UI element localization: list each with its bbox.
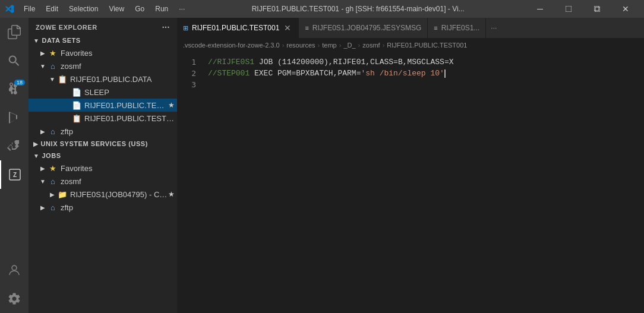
jobs-zosmf-item[interactable]: ▼ ⌂ zosmf <box>29 175 177 188</box>
activity-bar-bottom <box>0 256 29 313</box>
ds-rijfe-data-file-icon: 📋 <box>57 75 68 84</box>
ds-zosmf-label: zosmf <box>61 62 177 71</box>
jobs-favorites-star-icon: ★ <box>48 164 58 173</box>
restore-button[interactable] <box>555 0 582 18</box>
ds-zftp-chevron-icon: ▶ <box>38 128 48 135</box>
jobs-rijfe01-item[interactable]: ▶ 📁 RIJFE0S1(JOB04795) - CC 0000 ★ <box>29 188 177 201</box>
breadcrumb-test001[interactable]: RIJFE01.PUBLIC.TEST001 <box>387 42 467 49</box>
jobs-favorites-label: Favorites <box>61 164 177 173</box>
tab-test001-label: RIJFE01.PUBLIC.TEST001 <box>192 24 279 32</box>
menu-view[interactable]: View <box>104 4 129 14</box>
breadcrumb-temp[interactable]: temp <box>322 42 336 49</box>
jobs-zosmf-home-icon: ⌂ <box>48 177 58 186</box>
tab-job-msg-icon: ≡ <box>305 24 308 31</box>
ds-zosmf-chevron-icon: ▼ <box>38 63 48 69</box>
main-layout: 18 Z <box>0 18 644 313</box>
breadcrumb-zosmf[interactable]: zosmf <box>362 42 380 49</box>
tab-test001[interactable]: ⊞ RIJFE01.PUBLIC.TEST001 ✕ <box>177 18 299 38</box>
ds-test001-label: RIJFE01.PUBLIC.TEST001 <box>84 101 168 110</box>
tab-overflow-button[interactable]: ··· <box>486 18 501 38</box>
ds-zosmf-home-icon: ⌂ <box>48 62 58 71</box>
ds-vsam-label: RIJFE01.PUBLIC.TEST001.VSAM <box>84 114 177 123</box>
jobs-rijfe01-folder-icon: 📁 <box>57 190 68 199</box>
activity-run[interactable] <box>0 103 29 132</box>
breadcrumb: .vscode-extension-for-zowe-2.3.0 › resou… <box>177 39 644 52</box>
jobs-rijfe01-chevron-icon: ▶ <box>48 191 57 198</box>
activity-account[interactable] <box>0 256 29 284</box>
menu-selection[interactable]: Selection <box>64 4 103 14</box>
activity-extensions[interactable] <box>0 132 29 160</box>
text-cursor <box>444 69 446 78</box>
activity-explorer[interactable] <box>0 18 29 46</box>
jobs-zosmf-label: zosmf <box>61 177 177 186</box>
minimize-button[interactable] <box>526 0 554 18</box>
activity-source-control[interactable]: 18 <box>0 75 29 103</box>
ds-zosmf-item[interactable]: ▼ ⌂ zosmf <box>29 59 177 72</box>
ds-test001-vsam-item[interactable]: 📋 RIJFE01.PUBLIC.TEST001.VSAM <box>29 112 177 125</box>
activity-zowe[interactable]: Z <box>0 160 29 189</box>
editor-content[interactable]: 1 2 3 //RIJFE0S1 JOB (114200000),RIJFE01… <box>177 52 644 313</box>
breadcrumb-d[interactable]: _D_ <box>343 42 355 49</box>
ds-favorites-label: Favorites <box>61 49 177 58</box>
datasets-label: DATA SETS <box>42 37 80 44</box>
breadcrumb-resources[interactable]: resources <box>286 42 315 49</box>
jobs-zftp-item[interactable]: ▶ ⌂ zftp <box>29 201 177 214</box>
tab-rijfe0s1[interactable]: ≡ RIJFE0S1... <box>428 18 486 38</box>
section-datasets[interactable]: ▼ DATA SETS <box>29 34 177 46</box>
menu-bar: File Edit Selection View Go Run ··· <box>19 4 190 14</box>
tab-test001-icon: ⊞ <box>183 24 188 32</box>
section-uss[interactable]: ▶ UNIX SYSTEM SERVICES (USS) <box>29 138 177 150</box>
ds-sleep-item[interactable]: 📄 SLEEP <box>29 86 177 99</box>
ds-test001-star-icon[interactable]: ★ <box>168 101 175 109</box>
sidebar-header: ZOWE EXPLORER ··· <box>29 18 177 34</box>
menu-edit[interactable]: Edit <box>41 4 63 14</box>
tab-job-msg-label: RIJFE0S1.JOB04795.JESYSMSG <box>312 24 421 32</box>
ds-favorites-item[interactable]: ▶ ★ Favorites <box>29 46 177 59</box>
breadcrumb-vscode-ext[interactable]: .vscode-extension-for-zowe-2.3.0 <box>183 42 280 49</box>
sidebar-more-actions[interactable]: ··· <box>162 23 170 32</box>
sidebar-content: ▼ DATA SETS ▶ ★ Favorites ▼ ⌂ zosmf ▼ <box>29 34 177 313</box>
menu-more[interactable]: ··· <box>174 4 190 14</box>
activity-search[interactable] <box>0 46 29 75</box>
vscode-logo-icon <box>5 4 14 14</box>
breadcrumb-sep4: › <box>358 42 361 49</box>
ds-test001-item[interactable]: 📄 RIJFE01.PUBLIC.TEST001 ★ <box>29 99 177 112</box>
jobs-zftp-chevron-icon: ▶ <box>38 204 48 211</box>
svg-rect-1 <box>566 6 572 12</box>
code-area[interactable]: //RIJFE0S1 JOB (114200000),RIJFE01,CLASS… <box>201 52 644 313</box>
datasets-chevron-icon: ▼ <box>33 37 39 44</box>
jobs-zftp-label: zftp <box>61 203 177 212</box>
ds-zftp-item[interactable]: ▶ ⌂ zftp <box>29 125 177 138</box>
svg-rect-2 <box>595 7 600 12</box>
code-line-2: //STEP001 EXEC PGM=BPXBATCH,PARM='sh /bi… <box>208 68 644 79</box>
title-bar: File Edit Selection View Go Run ··· RIJF… <box>0 0 644 18</box>
tab-test001-close-icon[interactable]: ✕ <box>283 23 292 33</box>
breadcrumb-sep2: › <box>318 42 320 49</box>
maximize-button[interactable] <box>583 0 611 18</box>
ds-zftp-home-icon: ⌂ <box>48 127 58 136</box>
sidebar: ZOWE EXPLORER ··· ▼ DATA SETS ▶ ★ Favori… <box>29 18 177 313</box>
code-line-1: //RIJFE0S1 JOB (114200000),RIJFE01,CLASS… <box>208 56 644 68</box>
tab-rijfe0s1-label: RIJFE0S1... <box>441 24 480 32</box>
activity-settings[interactable] <box>0 284 29 313</box>
jobs-zftp-home-icon: ⌂ <box>48 203 58 212</box>
menu-file[interactable]: File <box>19 4 40 14</box>
close-button[interactable]: ✕ <box>612 0 639 18</box>
ds-rijfe-data-label: RIJFE01.PUBLIC.DATA <box>70 75 177 84</box>
jobs-favorites-item[interactable]: ▶ ★ Favorites <box>29 162 177 175</box>
tab-bar: ⊞ RIJFE01.PUBLIC.TEST001 ✕ ≡ RIJFE0S1.JO… <box>177 18 644 39</box>
activity-bar: 18 Z <box>0 18 29 313</box>
ds-sleep-label: SLEEP <box>84 88 177 97</box>
uss-label: UNIX SYSTEM SERVICES (USS) <box>41 140 148 147</box>
section-jobs[interactable]: ▼ JOBS <box>29 150 177 162</box>
jobs-rijfe01-star-icon[interactable]: ★ <box>168 190 175 198</box>
tab-job-msg[interactable]: ≡ RIJFE0S1.JOB04795.JESYSMSG <box>299 18 428 38</box>
ds-rijfe-data-chevron-icon: ▼ <box>48 76 57 83</box>
breadcrumb-sep3: › <box>339 42 342 49</box>
menu-go[interactable]: Go <box>130 4 149 14</box>
code-line-3 <box>208 79 644 90</box>
sidebar-title: ZOWE EXPLORER <box>36 24 97 31</box>
menu-run[interactable]: Run <box>150 4 173 14</box>
ds-rijfe-data-item[interactable]: ▼ 📋 RIJFE01.PUBLIC.DATA <box>29 72 177 86</box>
ds-zftp-label: zftp <box>61 127 177 136</box>
